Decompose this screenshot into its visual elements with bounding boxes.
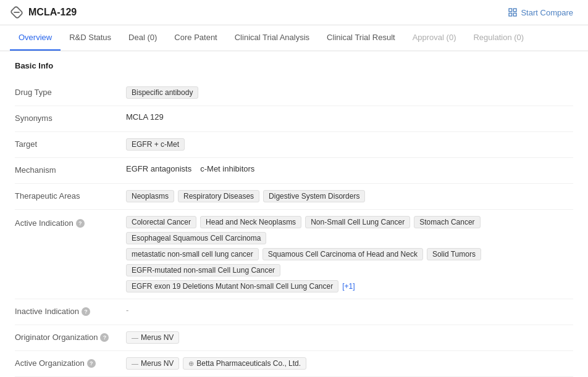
tab-approval: Approval (0): [404, 25, 465, 51]
start-compare-button[interactable]: Start Compare: [503, 5, 578, 20]
tag-scc-head-neck[interactable]: Squamous Cell Carcinoma of Head and Neck: [262, 248, 423, 260]
active-indication-row-2: metastatic non-small cell lung cancer Sq…: [126, 248, 573, 276]
svg-rect-3: [514, 13, 517, 16]
tab-overview[interactable]: Overview: [10, 25, 61, 51]
active-org-label: Active Organization ?: [15, 357, 126, 368]
tag-solid-tumors[interactable]: Solid Tumors: [427, 248, 481, 260]
org-merus-nv-active[interactable]: — Merus NV: [126, 357, 179, 370]
org-icon-betta: ⊕: [188, 360, 194, 368]
svg-rect-4: [509, 13, 512, 16]
tag-nsclc[interactable]: Non-Small Cell Lung Cancer: [305, 216, 410, 228]
inactive-indication-help-icon[interactable]: ?: [82, 307, 90, 316]
tag-egfr-mutated-nsclc[interactable]: EGFR-mutated non-small Cell Lung Cancer: [126, 264, 280, 276]
originator-org-value: — Merus NV: [126, 331, 573, 344]
compare-icon: [508, 7, 518, 17]
synonyms-label: Synonyms: [15, 112, 126, 123]
mechanism-item-2: c-Met inhibitors: [200, 164, 254, 173]
tag-stomach-cancer[interactable]: Stomach Cancer: [414, 216, 480, 228]
org-icon-merus-active: —: [132, 360, 138, 367]
drug-icon: [10, 6, 23, 19]
header-left: MCLA-129: [10, 6, 77, 19]
header: MCLA-129 Start Compare: [0, 0, 588, 25]
mechanism-label: Mechanism: [15, 164, 126, 175]
originator-org-row: Originator Organization ? — Merus NV: [15, 325, 573, 351]
mechanism-item-1: EGFR antagonists: [126, 164, 191, 173]
tag-respiratory-diseases[interactable]: Respiratory Diseases: [178, 190, 259, 202]
therapeutic-areas-label: Therapeutic Areas: [15, 190, 126, 201]
drug-type-label: Drug Type: [15, 86, 126, 97]
synonyms-value: MCLA 129: [126, 112, 573, 122]
tag-head-neck-neoplasms[interactable]: Head and Neck Neoplasms: [200, 216, 301, 228]
target-row: Target EGFR + c-Met: [15, 132, 573, 158]
therapeutic-areas-value: Neoplasms Respiratory Diseases Digestive…: [126, 190, 573, 202]
tag-esophageal-scc[interactable]: Esophageal Squamous Cell Carcinoma: [126, 232, 266, 244]
tag-metastatic-nsclc[interactable]: metastatic non-small cell lung cancer: [126, 248, 259, 260]
tab-core-patent[interactable]: Core Patent: [166, 25, 225, 51]
org-merus-nv-originator[interactable]: — Merus NV: [126, 331, 179, 344]
start-compare-label: Start Compare: [521, 8, 573, 17]
therapeutic-areas-row: Therapeutic Areas Neoplasms Respiratory …: [15, 184, 573, 210]
drug-type-value: Bispecific antibody: [126, 86, 573, 99]
inactive-indication-dash: -: [126, 305, 128, 315]
tab-rd-status[interactable]: R&D Status: [61, 25, 120, 51]
active-indication-row: Active Indication ? Colorectal Cancer He…: [15, 210, 573, 299]
active-indication-row-1: Colorectal Cancer Head and Neck Neoplasm…: [126, 216, 573, 244]
tab-clinical-trial-analysis[interactable]: Clinical Trial Analysis: [226, 25, 318, 51]
tag-digestive-system-disorders[interactable]: Digestive System Disorders: [263, 190, 365, 202]
tag-egfr-exon19[interactable]: EGFR exon 19 Deletions Mutant Non-small …: [126, 280, 338, 292]
target-label: Target: [15, 138, 126, 149]
tag-neoplasms[interactable]: Neoplasms: [126, 190, 174, 202]
mechanism-value: EGFR antagonists c-Met inhibitors: [126, 164, 573, 173]
svg-rect-1: [509, 9, 512, 12]
drug-title: MCLA-129: [28, 7, 77, 18]
drug-type-row: Drug Type Bispecific antibody: [15, 80, 573, 106]
content-area: Basic Info Drug Type Bispecific antibody…: [0, 51, 588, 377]
inactive-indication-value: -: [126, 305, 573, 315]
tab-deal[interactable]: Deal (0): [120, 25, 166, 51]
org-name-merus-originator: Merus NV: [141, 333, 174, 342]
tab-clinical-trial-result[interactable]: Clinical Trial Result: [318, 25, 404, 51]
active-org-row: Active Organization ? — Merus NV ⊕ Betta…: [15, 351, 573, 377]
originator-org-label: Originator Organization ?: [15, 331, 126, 342]
org-icon-merus-originator: —: [132, 334, 138, 341]
synonyms-row: Synonyms MCLA 129: [15, 106, 573, 132]
inactive-indication-label: Inactive Indication ?: [15, 305, 126, 316]
drug-type-tag: Bispecific antibody: [126, 86, 198, 99]
target-tag: EGFR + c-Met: [126, 138, 185, 151]
tab-regulation: Regulation (0): [464, 25, 532, 51]
section-title: Basic Info: [15, 61, 573, 70]
plus-more-link[interactable]: [+1]: [342, 282, 355, 291]
inactive-indication-row: Inactive Indication ? -: [15, 299, 573, 325]
active-indication-value: Colorectal Cancer Head and Neck Neoplasm…: [126, 216, 573, 292]
tag-colorectal-cancer[interactable]: Colorectal Cancer: [126, 216, 196, 228]
active-indication-label: Active Indication ?: [15, 216, 126, 228]
target-value: EGFR + c-Met: [126, 138, 573, 151]
active-org-help-icon[interactable]: ?: [87, 359, 96, 368]
active-indication-row-3: EGFR exon 19 Deletions Mutant Non-small …: [126, 280, 573, 292]
active-org-value: — Merus NV ⊕ Betta Pharmaceuticals Co., …: [126, 357, 573, 370]
active-indication-help-icon[interactable]: ?: [76, 219, 85, 228]
svg-rect-2: [514, 9, 517, 12]
org-betta-pharma-active[interactable]: ⊕ Betta Pharmaceuticals Co., Ltd.: [183, 357, 306, 370]
originator-org-help-icon[interactable]: ?: [100, 333, 109, 342]
nav-tabs: Overview R&D Status Deal (0) Core Patent…: [0, 25, 588, 51]
org-name-betta: Betta Pharmaceuticals Co., Ltd.: [196, 359, 301, 368]
org-name-merus-active: Merus NV: [141, 359, 174, 368]
mechanism-row: Mechanism EGFR antagonists c-Met inhibit…: [15, 158, 573, 184]
